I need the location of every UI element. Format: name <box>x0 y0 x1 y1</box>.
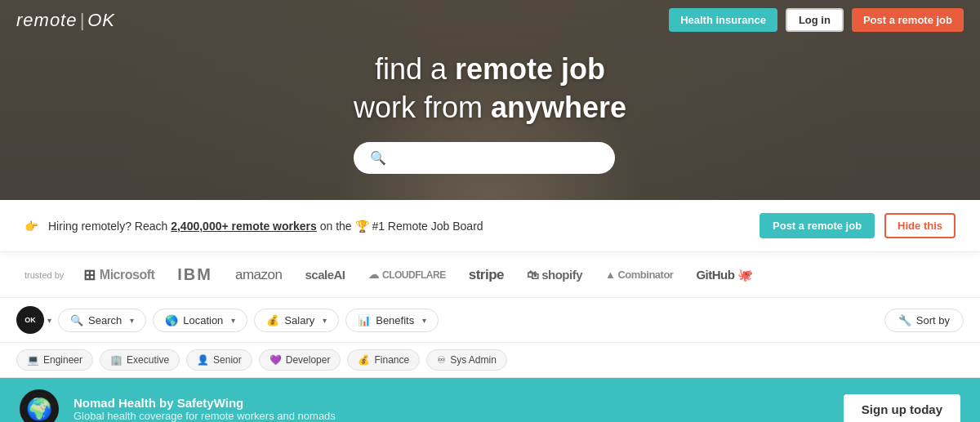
logo-amazon: amazon <box>235 267 282 283</box>
hero-title: find a remote job work from anywhere <box>354 51 626 127</box>
logo-cloudflare: ☁ CLOUDFLARE <box>368 269 446 281</box>
quick-filter-engineer[interactable]: 💻 Engineer <box>16 349 93 371</box>
developer-icon: 💜 <box>270 354 282 366</box>
logo-ycombinator: ▲ Combinator <box>605 269 673 281</box>
developer-label: Developer <box>286 354 331 366</box>
salary-filter-button[interactable]: 💰 Salary ▾ <box>254 309 339 332</box>
quick-filter-executive[interactable]: 🏢 Executive <box>100 349 180 371</box>
avatar-text: OK <box>24 317 36 324</box>
senior-icon: 👤 <box>197 354 209 366</box>
location-filter-icon: 🌎 <box>165 314 178 326</box>
banner-link[interactable]: 2,400,000+ remote workers <box>171 220 317 233</box>
search-filter-button[interactable]: 🔍 Search ▾ <box>58 309 146 332</box>
banner-hide-button[interactable]: Hide this <box>884 213 956 238</box>
banner-emoji: 👉 <box>24 220 38 233</box>
banner-text: Hiring remotely? Reach 2,400,000+ remote… <box>48 220 750 233</box>
hero-search-bar[interactable]: 🔍 <box>354 142 615 174</box>
avatar-dropdown-arrow: ▾ <box>47 316 51 325</box>
trusted-by-section: trusted by ⊞ Microsoft IBM amazon scaleA… <box>0 252 980 298</box>
avatar-filter-wrapper[interactable]: OK ▾ <box>16 306 51 334</box>
cta-title: Nomad Health by SafetyWing <box>74 396 829 410</box>
logo: remote|OK <box>16 10 115 31</box>
logo-ibm: IBM <box>177 265 212 284</box>
cta-subtitle: Global health coverage for remote worker… <box>74 410 829 422</box>
sort-icon: 🔧 <box>898 314 911 326</box>
benefits-filter-label: Benefits <box>376 314 414 326</box>
avatar-filter[interactable]: OK <box>16 306 44 334</box>
hero-search-input[interactable] <box>393 151 599 165</box>
trusted-label: trusted by <box>24 270 64 280</box>
sysadmin-icon: ♾ <box>437 354 446 366</box>
search-dropdown-arrow: ▾ <box>130 316 134 325</box>
hero-content: find a remote job work from anywhere 🔍 <box>354 51 626 174</box>
banner-post-button[interactable]: Post a remote job <box>760 213 875 238</box>
cta-banner: 🌍 Nomad Health by SafetyWing Global heal… <box>0 378 980 422</box>
executive-label: Executive <box>127 354 169 366</box>
cta-avatar: 🌍 <box>20 389 59 422</box>
benefits-filter-button[interactable]: 📊 Benefits ▾ <box>345 309 439 332</box>
logo-scaleai: scaleAI <box>305 268 345 282</box>
quick-filter-sysadmin[interactable]: ♾ Sys Admin <box>426 349 507 371</box>
signup-button[interactable]: Sign up today <box>844 394 960 423</box>
login-button[interactable]: Log in <box>786 8 844 32</box>
header: remote|OK Health insurance Log in Post a… <box>0 0 980 40</box>
post-remote-job-button[interactable]: Post a remote job <box>852 8 964 32</box>
finance-label: Finance <box>374 354 409 366</box>
sort-label: Sort by <box>916 314 950 326</box>
trusted-logos: ⊞ Microsoft IBM amazon scaleAI ☁ CLOUDFL… <box>83 265 752 284</box>
finance-icon: 💰 <box>358 354 370 366</box>
quick-filter-finance[interactable]: 💰 Finance <box>347 349 420 371</box>
logo-stripe: stripe <box>469 267 504 283</box>
location-filter-button[interactable]: 🌎 Location ▾ <box>153 309 247 332</box>
logo-ok: OK <box>87 10 115 30</box>
logo-shopify: 🛍 shopify <box>527 268 582 282</box>
logo-sep: | <box>79 10 85 30</box>
cta-globe-icon: 🌍 <box>26 397 52 422</box>
engineer-icon: 💻 <box>27 354 39 366</box>
quick-filter-developer[interactable]: 💜 Developer <box>259 349 341 371</box>
location-dropdown-arrow: ▾ <box>231 316 235 325</box>
search-filter-icon: 🔍 <box>70 314 83 326</box>
salary-filter-label: Salary <box>284 314 314 326</box>
hero-line2: work from anywhere <box>354 91 626 124</box>
sysadmin-label: Sys Admin <box>450 354 497 366</box>
search-icon: 🔍 <box>370 150 386 166</box>
salary-filter-icon: 💰 <box>266 314 279 326</box>
logo-text: remote <box>16 10 77 30</box>
benefits-dropdown-arrow: ▾ <box>422 316 426 325</box>
benefits-filter-icon: 📊 <box>358 314 371 326</box>
engineer-label: Engineer <box>43 354 82 366</box>
salary-dropdown-arrow: ▾ <box>323 316 327 325</box>
hiring-banner: 👉 Hiring remotely? Reach 2,400,000+ remo… <box>0 200 980 252</box>
senior-label: Senior <box>213 354 242 366</box>
logo-microsoft: ⊞ Microsoft <box>83 266 154 284</box>
quick-filter-senior[interactable]: 👤 Senior <box>186 349 252 371</box>
location-filter-label: Location <box>183 314 223 326</box>
header-actions: Health insurance Log in Post a remote jo… <box>669 8 964 32</box>
search-filter-label: Search <box>88 314 122 326</box>
health-insurance-button[interactable]: Health insurance <box>669 8 777 32</box>
logo-github: GitHub 🐙 <box>696 268 752 282</box>
executive-icon: 🏢 <box>110 354 122 366</box>
filter-bar: OK ▾ 🔍 Search ▾ 🌎 Location ▾ 💰 Salary ▾ … <box>0 298 980 343</box>
cta-text-block: Nomad Health by SafetyWing Global health… <box>74 396 829 422</box>
hero-line1: find a remote job <box>375 52 605 86</box>
sort-by-button[interactable]: 🔧 Sort by <box>884 309 964 332</box>
quick-filter-bar: 💻 Engineer 🏢 Executive 👤 Senior 💜 Develo… <box>0 343 980 378</box>
